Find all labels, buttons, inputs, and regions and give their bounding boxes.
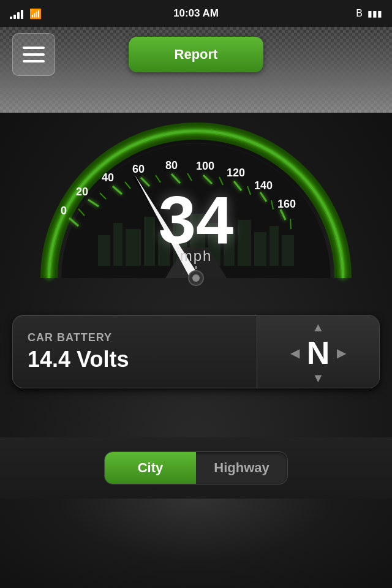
svg-text:20: 20 [76,186,88,198]
svg-text:100: 100 [196,160,214,172]
svg-point-46 [192,274,200,282]
menu-line-2 [23,53,45,56]
battery-label: CAR BATTERY [28,331,242,344]
report-button[interactable]: Report [129,37,263,72]
svg-text:160: 160 [277,198,296,210]
svg-rect-12 [282,235,294,266]
status-time: 10:03 AM [173,7,219,20]
svg-rect-0 [98,235,110,266]
svg-text:120: 120 [227,167,245,179]
highway-mode-button[interactable]: Highway [196,452,287,484]
svg-rect-2 [126,229,141,266]
speed-display: 34 mph [159,186,233,265]
menu-button[interactable] [12,33,55,76]
info-panel: CAR BATTERY 14.4 Volts ▲ ◀ N ▶ ▼ [12,315,380,388]
svg-rect-11 [270,226,279,266]
svg-rect-10 [254,232,266,266]
compass-left-button[interactable]: ◀ [290,345,300,360]
top-section: Report [0,27,392,113]
speedometer-section: 0 20 40 60 80 100 120 140 160 [0,113,392,437]
bottom-section [0,499,392,588]
status-left: 📶 [10,8,42,20]
status-right: B ▮▮▮ [356,8,382,19]
status-bar: 📶 10:03 AM B ▮▮▮ [0,0,392,27]
battery-info: CAR BATTERY 14.4 Volts [13,315,257,388]
compass-right-button[interactable]: ▶ [337,345,346,360]
battery-icon: ▮▮▮ [368,9,382,18]
drive-mode-section: City Highway [0,437,392,499]
wifi-icon: 📶 [29,8,42,20]
menu-line-1 [23,47,45,49]
compass-up-button[interactable]: ▲ [312,320,325,334]
battery-value: 14.4 Volts [28,347,242,372]
svg-text:60: 60 [132,163,145,175]
svg-text:80: 80 [165,159,178,172]
compass-panel: ▲ ◀ N ▶ ▼ [257,315,379,388]
svg-text:0: 0 [61,205,67,217]
svg-text:40: 40 [102,172,114,184]
gauge-container: 0 20 40 60 80 100 120 140 160 [18,113,374,309]
svg-text:140: 140 [254,179,273,192]
drive-mode-toggle: City Highway [104,451,288,484]
compass-down-button[interactable]: ▼ [312,371,325,385]
svg-line-33 [290,219,291,229]
compass-direction: N [307,334,330,371]
speed-value: 34 [159,186,233,254]
bluetooth-icon: B [356,8,363,19]
compass-direction-row: ◀ N ▶ [290,334,347,371]
svg-rect-1 [113,223,123,266]
menu-line-3 [23,60,45,62]
svg-rect-3 [144,217,155,266]
city-mode-button[interactable]: City [105,452,196,484]
svg-rect-9 [238,220,251,266]
signal-icon [10,8,23,19]
